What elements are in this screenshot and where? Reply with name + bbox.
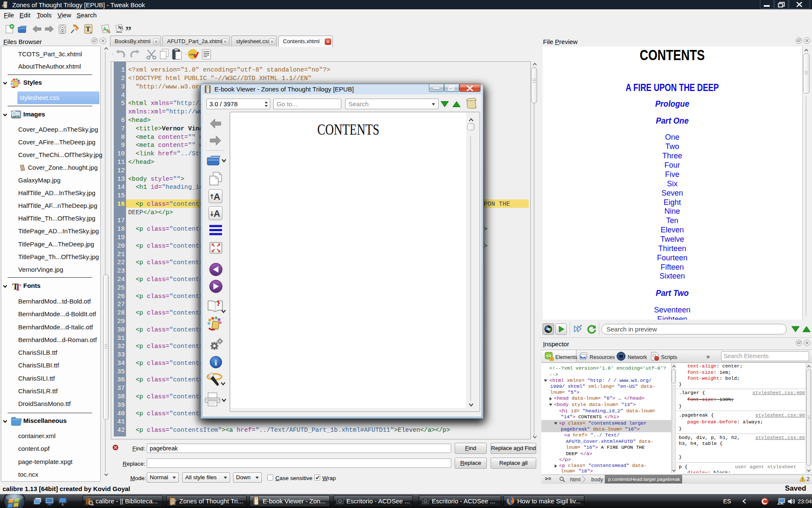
- svg-text:A: A: [214, 191, 220, 202]
- svg-text:B: B: [120, 25, 124, 30]
- svg-text:A: A: [214, 208, 220, 219]
- svg-text:HTML: HTML: [189, 53, 197, 56]
- svg-text:T: T: [15, 282, 21, 292]
- svg-text:”: ”: [125, 25, 132, 33]
- svg-text:i: i: [215, 358, 217, 367]
- svg-text:T: T: [86, 25, 91, 33]
